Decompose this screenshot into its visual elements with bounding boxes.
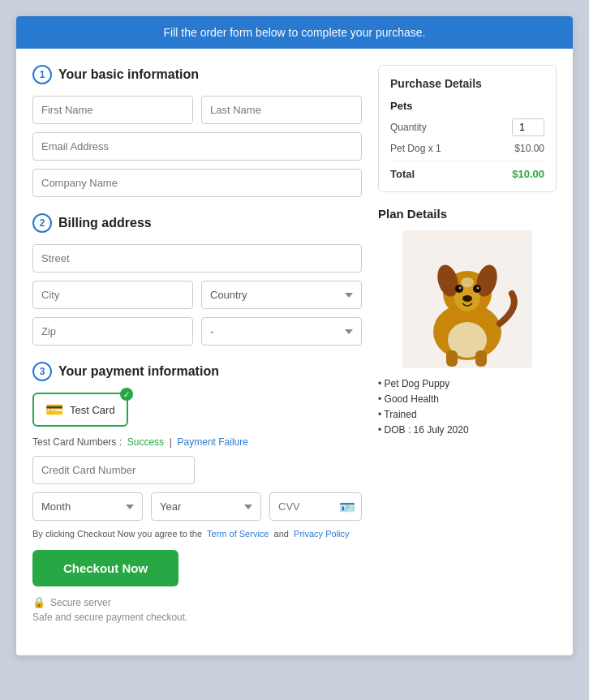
- plan-title: Plan Details: [378, 207, 557, 221]
- billing-section: 2 Billing address Country -: [32, 213, 362, 346]
- street-row: [32, 244, 362, 273]
- city-country-row: Country: [32, 281, 362, 309]
- safe-text: Safe and secure payment checkout.: [32, 612, 362, 623]
- street-input[interactable]: [32, 244, 362, 273]
- pets-label: Pets: [390, 100, 544, 112]
- state-select[interactable]: -: [201, 317, 362, 346]
- cvv-row: Month Year 🪪: [32, 492, 362, 521]
- cc-number-input[interactable]: [32, 456, 195, 484]
- section1-title: 1 Your basic information: [32, 65, 362, 84]
- step1-circle: 1: [32, 65, 52, 84]
- name-row: [32, 96, 362, 124]
- zip-input[interactable]: [32, 317, 193, 346]
- main-content: 1 Your basic information: [16, 49, 573, 655]
- payment-section: 3 Your payment information 💳 Test Card ✓…: [32, 362, 362, 623]
- dog-image: [402, 230, 532, 368]
- company-input[interactable]: [32, 169, 362, 197]
- payment-options: 💳 Test Card ✓: [32, 393, 362, 427]
- failure-link[interactable]: Payment Failure: [178, 436, 248, 448]
- step3-circle: 3: [32, 362, 52, 381]
- secure-row: 🔒 Secure server: [32, 596, 362, 608]
- purchase-details-box: Purchase Details Pets Quantity Pet Dog x…: [378, 65, 557, 192]
- test-card-notice: Test Card Numbers : Success | Payment Fa…: [32, 436, 362, 448]
- country-select[interactable]: Country: [201, 281, 362, 309]
- step2-circle: 2: [32, 213, 52, 233]
- page-wrapper: Fill the order form below to complete yo…: [16, 16, 573, 655]
- svg-point-8: [459, 287, 462, 290]
- item-price: $10.00: [514, 143, 544, 154]
- plan-features: Pet Dog Puppy Good Health Trained DOB : …: [378, 378, 557, 436]
- zip-state-row: -: [32, 317, 362, 346]
- card-option-label: Test Card: [70, 404, 115, 416]
- last-name-input[interactable]: [201, 96, 362, 124]
- feature-2: Good Health: [378, 393, 557, 405]
- terms-text: By clicking Checkout Now you agree to th…: [32, 529, 362, 539]
- item-row: Pet Dog x 1 $10.00: [390, 143, 544, 161]
- dog-image-wrapper: [378, 230, 557, 368]
- cvv-card-icon: 🪪: [339, 499, 355, 514]
- success-link[interactable]: Success: [127, 436, 164, 448]
- cvv-wrapper: 🪪: [269, 492, 362, 521]
- email-input[interactable]: [32, 132, 362, 161]
- svg-rect-13: [475, 350, 487, 367]
- total-value: $10.00: [512, 168, 544, 180]
- quantity-input[interactable]: [512, 118, 544, 136]
- quantity-row: Quantity: [390, 118, 544, 136]
- privacy-link[interactable]: Privacy Policy: [294, 529, 349, 539]
- right-column: Purchase Details Pets Quantity Pet Dog x…: [378, 65, 557, 639]
- purchase-title: Purchase Details: [390, 77, 544, 90]
- total-label: Total: [390, 168, 415, 180]
- lock-icon: 🔒: [32, 596, 45, 608]
- plan-details: Plan Details: [378, 207, 557, 436]
- tos-link[interactable]: Term of Service: [207, 529, 269, 539]
- item-label: Pet Dog x 1: [390, 143, 441, 154]
- feature-3: Trained: [378, 409, 557, 420]
- test-card-option[interactable]: 💳 Test Card ✓: [32, 393, 128, 427]
- first-name-input[interactable]: [32, 96, 193, 124]
- checkout-button[interactable]: Checkout Now: [32, 550, 178, 586]
- year-select[interactable]: Year: [151, 492, 261, 521]
- check-badge: ✓: [120, 388, 133, 401]
- section3-title: 3 Your payment information: [32, 362, 362, 381]
- svg-rect-12: [446, 350, 458, 367]
- total-row: Total $10.00: [390, 168, 544, 180]
- month-select[interactable]: Month: [32, 492, 143, 521]
- left-column: 1 Your basic information: [32, 65, 362, 639]
- card-icon: 💳: [45, 401, 63, 419]
- svg-point-10: [477, 287, 479, 290]
- section2-title: 2 Billing address: [32, 213, 362, 233]
- quantity-label: Quantity: [390, 122, 427, 133]
- company-row: [32, 169, 362, 197]
- svg-point-14: [461, 277, 474, 287]
- email-row: [32, 132, 362, 161]
- cc-number-row: [32, 456, 362, 484]
- top-banner: Fill the order form below to complete yo…: [16, 16, 573, 49]
- feature-1: Pet Dog Puppy: [378, 378, 557, 389]
- banner-text: Fill the order form below to complete yo…: [164, 26, 426, 39]
- feature-4: DOB : 16 July 2020: [378, 424, 557, 436]
- city-input[interactable]: [32, 281, 193, 309]
- basic-info-section: 1 Your basic information: [32, 65, 362, 197]
- svg-point-11: [462, 295, 472, 302]
- secure-label: Secure server: [50, 597, 111, 608]
